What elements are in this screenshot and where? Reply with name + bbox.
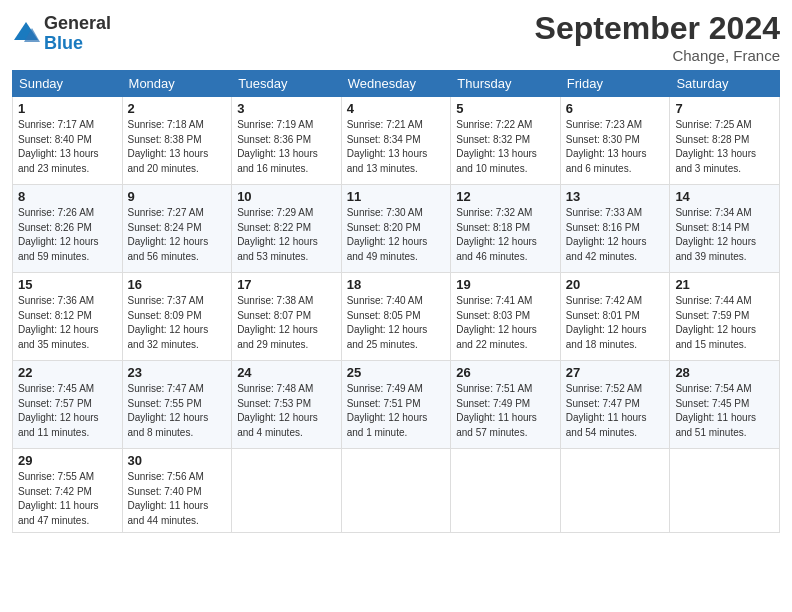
calendar-cell: 5 Sunrise: 7:22 AMSunset: 8:32 PMDayligh… (451, 97, 561, 185)
col-friday: Friday (560, 71, 670, 97)
day-info: Sunrise: 7:36 AMSunset: 8:12 PMDaylight:… (18, 294, 117, 352)
day-info: Sunrise: 7:40 AMSunset: 8:05 PMDaylight:… (347, 294, 446, 352)
day-info: Sunrise: 7:42 AMSunset: 8:01 PMDaylight:… (566, 294, 665, 352)
day-number: 3 (237, 101, 336, 116)
day-number: 20 (566, 277, 665, 292)
day-info: Sunrise: 7:52 AMSunset: 7:47 PMDaylight:… (566, 382, 665, 440)
calendar-cell (670, 449, 780, 533)
day-number: 10 (237, 189, 336, 204)
calendar-cell: 6 Sunrise: 7:23 AMSunset: 8:30 PMDayligh… (560, 97, 670, 185)
calendar-cell: 12 Sunrise: 7:32 AMSunset: 8:18 PMDaylig… (451, 185, 561, 273)
day-info: Sunrise: 7:51 AMSunset: 7:49 PMDaylight:… (456, 382, 555, 440)
day-info: Sunrise: 7:44 AMSunset: 7:59 PMDaylight:… (675, 294, 774, 352)
calendar-cell: 25 Sunrise: 7:49 AMSunset: 7:51 PMDaylig… (341, 361, 451, 449)
day-number: 15 (18, 277, 117, 292)
col-thursday: Thursday (451, 71, 561, 97)
day-number: 14 (675, 189, 774, 204)
logo-general: General (44, 14, 111, 34)
calendar-cell (560, 449, 670, 533)
calendar-cell: 29 Sunrise: 7:55 AMSunset: 7:42 PMDaylig… (13, 449, 123, 533)
calendar-cell: 27 Sunrise: 7:52 AMSunset: 7:47 PMDaylig… (560, 361, 670, 449)
day-number: 7 (675, 101, 774, 116)
calendar-cell: 7 Sunrise: 7:25 AMSunset: 8:28 PMDayligh… (670, 97, 780, 185)
calendar-cell: 8 Sunrise: 7:26 AMSunset: 8:26 PMDayligh… (13, 185, 123, 273)
calendar-cell: 11 Sunrise: 7:30 AMSunset: 8:20 PMDaylig… (341, 185, 451, 273)
day-number: 5 (456, 101, 555, 116)
day-number: 12 (456, 189, 555, 204)
day-info: Sunrise: 7:19 AMSunset: 8:36 PMDaylight:… (237, 118, 336, 176)
day-number: 18 (347, 277, 446, 292)
col-tuesday: Tuesday (232, 71, 342, 97)
day-number: 19 (456, 277, 555, 292)
day-number: 21 (675, 277, 774, 292)
day-number: 26 (456, 365, 555, 380)
day-info: Sunrise: 7:37 AMSunset: 8:09 PMDaylight:… (128, 294, 227, 352)
day-number: 4 (347, 101, 446, 116)
calendar-cell: 16 Sunrise: 7:37 AMSunset: 8:09 PMDaylig… (122, 273, 232, 361)
day-info: Sunrise: 7:54 AMSunset: 7:45 PMDaylight:… (675, 382, 774, 440)
day-number: 24 (237, 365, 336, 380)
page-header: General Blue September 2024 Change, Fran… (12, 10, 780, 64)
day-info: Sunrise: 7:30 AMSunset: 8:20 PMDaylight:… (347, 206, 446, 264)
calendar-cell: 14 Sunrise: 7:34 AMSunset: 8:14 PMDaylig… (670, 185, 780, 273)
day-info: Sunrise: 7:38 AMSunset: 8:07 PMDaylight:… (237, 294, 336, 352)
calendar-cell: 13 Sunrise: 7:33 AMSunset: 8:16 PMDaylig… (560, 185, 670, 273)
day-number: 30 (128, 453, 227, 468)
calendar-cell: 9 Sunrise: 7:27 AMSunset: 8:24 PMDayligh… (122, 185, 232, 273)
logo-text: General Blue (44, 14, 111, 54)
day-info: Sunrise: 7:41 AMSunset: 8:03 PMDaylight:… (456, 294, 555, 352)
day-info: Sunrise: 7:29 AMSunset: 8:22 PMDaylight:… (237, 206, 336, 264)
day-info: Sunrise: 7:45 AMSunset: 7:57 PMDaylight:… (18, 382, 117, 440)
calendar-cell (341, 449, 451, 533)
day-info: Sunrise: 7:48 AMSunset: 7:53 PMDaylight:… (237, 382, 336, 440)
day-info: Sunrise: 7:23 AMSunset: 8:30 PMDaylight:… (566, 118, 665, 176)
calendar-cell: 26 Sunrise: 7:51 AMSunset: 7:49 PMDaylig… (451, 361, 561, 449)
day-number: 28 (675, 365, 774, 380)
day-number: 23 (128, 365, 227, 380)
col-wednesday: Wednesday (341, 71, 451, 97)
day-info: Sunrise: 7:47 AMSunset: 7:55 PMDaylight:… (128, 382, 227, 440)
page-container: General Blue September 2024 Change, Fran… (0, 0, 792, 543)
day-info: Sunrise: 7:18 AMSunset: 8:38 PMDaylight:… (128, 118, 227, 176)
day-number: 9 (128, 189, 227, 204)
col-saturday: Saturday (670, 71, 780, 97)
logo-blue: Blue (44, 34, 111, 54)
day-info: Sunrise: 7:49 AMSunset: 7:51 PMDaylight:… (347, 382, 446, 440)
calendar-cell (232, 449, 342, 533)
day-number: 13 (566, 189, 665, 204)
day-number: 6 (566, 101, 665, 116)
calendar-header-row: Sunday Monday Tuesday Wednesday Thursday… (13, 71, 780, 97)
title-block: September 2024 Change, France (535, 10, 780, 64)
calendar-cell: 19 Sunrise: 7:41 AMSunset: 8:03 PMDaylig… (451, 273, 561, 361)
calendar-cell: 3 Sunrise: 7:19 AMSunset: 8:36 PMDayligh… (232, 97, 342, 185)
calendar-cell: 30 Sunrise: 7:56 AMSunset: 7:40 PMDaylig… (122, 449, 232, 533)
day-info: Sunrise: 7:22 AMSunset: 8:32 PMDaylight:… (456, 118, 555, 176)
calendar-cell: 22 Sunrise: 7:45 AMSunset: 7:57 PMDaylig… (13, 361, 123, 449)
day-number: 8 (18, 189, 117, 204)
calendar-cell: 2 Sunrise: 7:18 AMSunset: 8:38 PMDayligh… (122, 97, 232, 185)
calendar-cell: 10 Sunrise: 7:29 AMSunset: 8:22 PMDaylig… (232, 185, 342, 273)
calendar-cell: 23 Sunrise: 7:47 AMSunset: 7:55 PMDaylig… (122, 361, 232, 449)
calendar-cell: 1 Sunrise: 7:17 AMSunset: 8:40 PMDayligh… (13, 97, 123, 185)
calendar-cell: 28 Sunrise: 7:54 AMSunset: 7:45 PMDaylig… (670, 361, 780, 449)
day-number: 17 (237, 277, 336, 292)
logo-icon (12, 20, 40, 48)
calendar-cell: 24 Sunrise: 7:48 AMSunset: 7:53 PMDaylig… (232, 361, 342, 449)
day-number: 2 (128, 101, 227, 116)
calendar-cell: 15 Sunrise: 7:36 AMSunset: 8:12 PMDaylig… (13, 273, 123, 361)
day-info: Sunrise: 7:25 AMSunset: 8:28 PMDaylight:… (675, 118, 774, 176)
day-info: Sunrise: 7:56 AMSunset: 7:40 PMDaylight:… (128, 470, 227, 528)
day-info: Sunrise: 7:27 AMSunset: 8:24 PMDaylight:… (128, 206, 227, 264)
day-info: Sunrise: 7:17 AMSunset: 8:40 PMDaylight:… (18, 118, 117, 176)
col-monday: Monday (122, 71, 232, 97)
day-number: 16 (128, 277, 227, 292)
day-info: Sunrise: 7:34 AMSunset: 8:14 PMDaylight:… (675, 206, 774, 264)
calendar-cell: 4 Sunrise: 7:21 AMSunset: 8:34 PMDayligh… (341, 97, 451, 185)
calendar-cell: 18 Sunrise: 7:40 AMSunset: 8:05 PMDaylig… (341, 273, 451, 361)
calendar-cell: 21 Sunrise: 7:44 AMSunset: 7:59 PMDaylig… (670, 273, 780, 361)
logo: General Blue (12, 14, 111, 54)
day-number: 27 (566, 365, 665, 380)
day-info: Sunrise: 7:32 AMSunset: 8:18 PMDaylight:… (456, 206, 555, 264)
calendar-cell: 17 Sunrise: 7:38 AMSunset: 8:07 PMDaylig… (232, 273, 342, 361)
col-sunday: Sunday (13, 71, 123, 97)
